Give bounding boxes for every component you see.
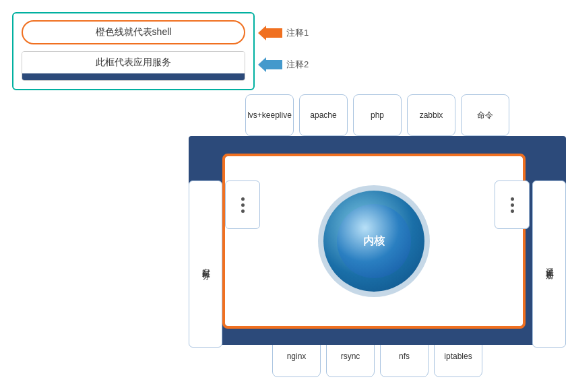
svg-marker-0 xyxy=(258,26,282,40)
dot-6 xyxy=(511,209,514,213)
service-lvs-keeplive: lvs+keeplive xyxy=(245,94,294,136)
service-zabbix: zabbix xyxy=(407,94,455,136)
service-command: 命令 xyxy=(461,94,509,136)
annotation-1-label: 注释1 xyxy=(286,27,309,39)
main-diagram: lvs+keeplive apache php zabbix 命令 内核 xyxy=(189,94,566,377)
legend-service-label: 此框代表应用服务 xyxy=(22,52,245,73)
left-side-panel: 定时任务 xyxy=(189,181,222,348)
main-background-area: 内核 定时任务 逻辑卷册 xyxy=(189,136,566,345)
inner-bottom-bar xyxy=(222,327,532,345)
top-services-row: lvs+keeplive apache php zabbix 命令 xyxy=(189,94,566,136)
annotation-1-arrow xyxy=(258,26,282,40)
dots-panel-right xyxy=(495,181,530,229)
annotation-1: 注释1 xyxy=(258,26,309,40)
annotation-2-label: 注释2 xyxy=(286,59,309,71)
shell-border xyxy=(222,154,526,329)
legend-service-indicator: 此框代表应用服务 xyxy=(22,51,245,81)
legend-container: 橙色线就代表shell 此框代表应用服务 xyxy=(12,12,255,90)
dots-panel-left xyxy=(225,181,260,229)
dot-3 xyxy=(241,209,245,213)
dot-2 xyxy=(241,203,245,207)
dot-4 xyxy=(511,197,514,201)
service-apache: apache xyxy=(299,94,348,136)
right-side-panel: 逻辑卷册 xyxy=(532,181,566,348)
legend-shell-indicator: 橙色线就代表shell xyxy=(22,20,245,44)
left-panel-label: 定时任务 xyxy=(200,261,212,267)
legend-service-bar xyxy=(22,73,245,80)
svg-marker-1 xyxy=(258,57,282,72)
inner-top-bar xyxy=(222,136,532,154)
dot-5 xyxy=(511,203,514,207)
dot-1 xyxy=(241,197,245,201)
annotation-2: 注释2 xyxy=(258,57,309,72)
annotation-2-arrow xyxy=(258,57,282,72)
right-panel-label: 逻辑卷册 xyxy=(544,261,555,267)
service-php: php xyxy=(353,94,402,136)
legend-shell-label: 橙色线就代表shell xyxy=(96,26,172,37)
